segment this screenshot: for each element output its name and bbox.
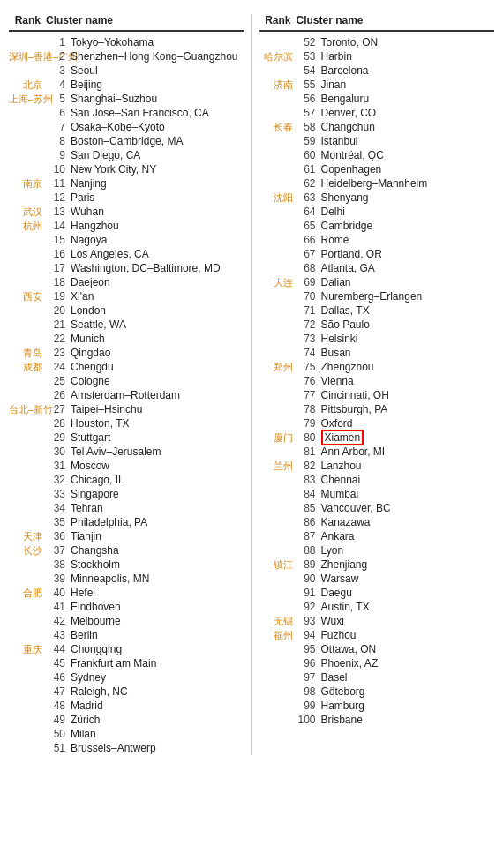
table-row: 30Tel Aviv–Jerusalem [9,445,244,459]
rank-number: 68 [297,261,321,275]
rank-number: 73 [297,332,321,346]
cluster-name: Cincinnati, OH [321,388,495,402]
left-column: Rank Cluster name 1Tokyo–Yokohama深圳–香港–广… [9,14,252,755]
chinese-label: 北京 [9,78,46,92]
table-row: 济南55Jinan [259,78,495,92]
highlighted-cluster: Xiamen [321,430,364,445]
chinese-label: 上海–苏州 [9,92,46,106]
cluster-name: Hefei [71,586,244,600]
table-row: 22Munich [9,332,244,346]
table-row: 台北–新竹27Taipei–Hsinchu [9,402,244,416]
chinese-label: 沈阳 [259,191,297,205]
rank-number: 89 [297,557,321,572]
cluster-name: Mumbai [321,487,495,501]
table-row: 97Basel [259,670,495,685]
chinese-label: 台北–新竹 [9,402,46,416]
rank-number: 76 [297,374,321,388]
cluster-name: Cologne [71,374,244,388]
table-row: 64Delhi [259,205,495,219]
table-row: 厦门80Xiamen [259,430,495,445]
rank-number: 87 [297,529,321,543]
chinese-label: 福州 [259,628,297,642]
cluster-name: Tehran [71,501,244,515]
rank-number: 63 [297,191,321,205]
cluster-name: Shenzhen–Hong Kong–Guangzhou [71,49,244,64]
rank-number: 17 [46,261,71,275]
cluster-name: Lanzhou [321,459,495,473]
cluster-name: Austin, TX [321,600,495,614]
rank-number: 37 [46,543,71,557]
table-row: 91Daegu [259,586,495,600]
table-row: 72São Paulo [259,318,495,332]
rank-number: 41 [46,600,71,614]
table-row: 61Copenhagen [259,162,495,176]
rank-number: 10 [46,162,71,176]
table-row: 北京4Beijing [9,78,244,92]
table-row: 镇江89Zhenjiang [259,557,495,572]
table-row: 天津36Tianjin [9,529,244,543]
chinese-label: 长沙 [9,543,46,557]
table-row: 合肥40Hefei [9,586,244,600]
table-row: 重庆44Chongqing [9,642,244,656]
table-row: 25Cologne [9,374,244,388]
cluster-name: Osaka–Kobe–Kyoto [71,120,244,134]
cluster-name: Chicago, IL [71,473,244,487]
table-row: 26Amsterdam–Rotterdam [9,388,244,402]
right-header: Rank Cluster name [259,14,495,32]
cluster-name: Hangzhou [71,219,244,233]
cluster-name: Warsaw [321,572,495,586]
rank-number: 96 [297,656,321,670]
cluster-name: Nuremberg–Erlangen [321,289,495,303]
rank-number: 22 [46,332,71,346]
table-row: 福州94Fuzhou [259,628,495,642]
rank-number: 86 [297,515,321,529]
table-row: 43Berlin [9,628,244,642]
cluster-name: Paris [71,191,244,205]
rank-number: 1 [46,35,71,49]
rank-number: 14 [46,219,71,233]
chinese-label: 厦门 [259,430,297,445]
table-row: 41Eindhoven [9,600,244,614]
rank-number: 100 [297,713,321,727]
cluster-name: Brussels–Antwerp [71,741,244,755]
table-row: 71Dallas, TX [259,303,495,318]
rank-number: 30 [46,445,71,459]
rank-number: 56 [297,92,321,106]
rank-number: 88 [297,543,321,557]
rank-number: 8 [46,134,71,148]
rank-number: 19 [46,289,71,303]
table-row: 51Brussels–Antwerp [9,741,244,755]
cluster-name: Xi'an [71,289,244,303]
chinese-label: 合肥 [9,586,46,600]
rank-number: 12 [46,191,71,205]
rank-number: 20 [46,303,71,318]
rank-number: 57 [297,106,321,120]
cluster-name: Changchun [321,120,495,134]
rank-number: 3 [46,64,71,78]
table-row: 95Ottawa, ON [259,642,495,656]
cluster-name: Xiamen [321,430,495,445]
cluster-name: Eindhoven [71,600,244,614]
left-rank-header: Rank [9,14,46,26]
table-row: 46Sydney [9,670,244,685]
cluster-name: Madrid [71,699,244,713]
rank-number: 59 [297,134,321,148]
table-row: 8Boston–Cambridge, MA [9,134,244,148]
cluster-name: Pittsburgh, PA [321,402,495,416]
cluster-name: Ann Arbor, MI [321,445,495,459]
table-row: 长春58Changchun [259,120,495,134]
table-row: 81Ann Arbor, MI [259,445,495,459]
cluster-name: Stuttgart [71,430,244,445]
table-row: 郑州75Zhengzhou [259,360,495,374]
cluster-name: Istanbul [321,134,495,148]
cluster-name: Jinan [321,78,495,92]
rankings-page: Rank Cluster name 1Tokyo–Yokohama深圳–香港–广… [0,0,503,769]
table-row: 54Barcelona [259,64,495,78]
rank-number: 83 [297,473,321,487]
rank-number: 42 [46,614,71,628]
chinese-label: 济南 [259,78,297,92]
rank-number: 50 [46,727,71,741]
rank-number: 21 [46,318,71,332]
cluster-name: Busan [321,346,495,360]
rank-number: 35 [46,515,71,529]
